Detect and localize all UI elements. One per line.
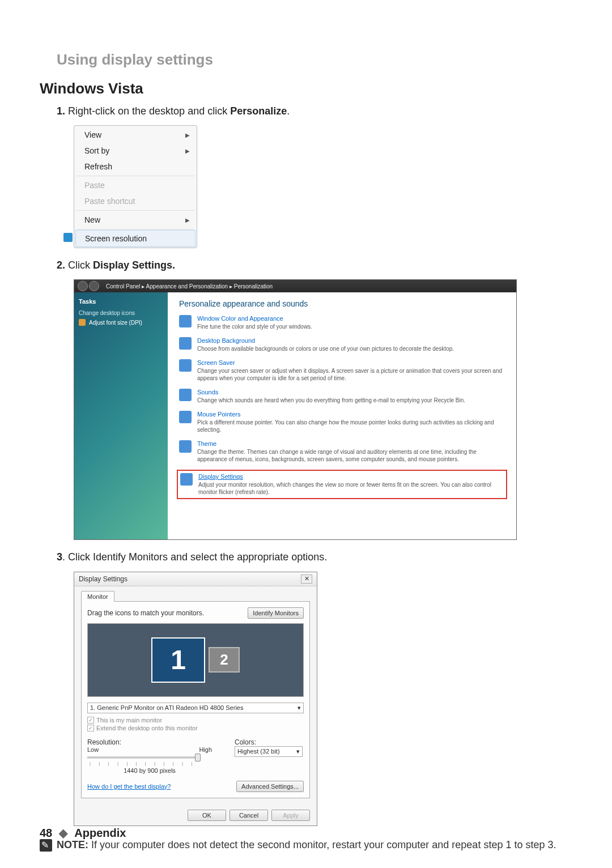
tab-panel: Drag the icons to match your monitors. I…	[81, 601, 310, 798]
cm-screenres-label: Screen resolution	[85, 234, 147, 243]
monitor-arrangement[interactable]: 1 2	[87, 623, 304, 697]
cm-refresh[interactable]: Refresh	[74, 159, 197, 175]
drag-text: Drag the icons to match your monitors.	[87, 609, 204, 617]
sidebar-title: Tasks	[79, 298, 163, 305]
monitor-select-value: 1. Generic PnP Monitor on ATI Radeon HD …	[90, 704, 243, 712]
option-screen-saver[interactable]: Screen Saver Change your screen saver or…	[179, 359, 505, 382]
cm-sort-by[interactable]: Sort by ▶	[74, 143, 197, 159]
dialog-titlebar: Display Settings ✕	[74, 572, 317, 586]
breadcrumb-sep: ▸	[230, 283, 234, 290]
monitor-select[interactable]: 1. Generic PnP Monitor on ATI Radeon HD …	[87, 703, 304, 713]
cm-view[interactable]: View ▶	[74, 127, 197, 143]
page-footer: 48 ◆ Appendix	[40, 826, 126, 840]
content-heading: Personalize appearance and sounds	[179, 299, 505, 308]
cm-new[interactable]: New ▶	[74, 212, 197, 228]
option-desc: Fine tune the color and style of your wi…	[197, 323, 505, 330]
cancel-button[interactable]: Cancel	[230, 810, 268, 821]
cm-screen-resolution[interactable]: Screen resolution	[75, 230, 196, 247]
option-desc: Change your screen saver or adjust when …	[197, 367, 505, 382]
forward-button[interactable]	[89, 281, 99, 291]
page-number: 48	[40, 827, 52, 840]
option-desc: Adjust your monitor resolution, which ch…	[198, 481, 504, 496]
option-title: Desktop Background	[197, 337, 505, 344]
cm-paste-label: Paste	[84, 181, 105, 190]
help-link[interactable]: How do I get the best display?	[87, 783, 171, 790]
slider-thumb[interactable]	[195, 754, 201, 761]
tab-monitor[interactable]: Monitor	[81, 591, 114, 602]
option-theme[interactable]: Theme Change the theme. Themes can chang…	[179, 440, 505, 463]
step-3: 3. Click Identify Monitors and select th…	[57, 550, 572, 564]
colors-select[interactable]: Highest (32 bit) ▾	[235, 746, 303, 757]
step-1-text: Right-click on the desktop and click	[68, 105, 230, 117]
cm-separator	[76, 210, 194, 211]
chevron-right-icon: ▶	[185, 148, 190, 154]
theme-icon	[179, 440, 192, 453]
resolution-slider[interactable]	[87, 756, 201, 759]
option-title: Mouse Pointers	[197, 411, 505, 418]
sidebar-link-desktop-icons[interactable]: Change desktop icons	[79, 308, 163, 318]
breadcrumb-sep: ▸	[142, 283, 146, 290]
step-2-num: 2.	[57, 259, 65, 271]
option-desc: Pick a different mouse pointer. You can …	[197, 419, 505, 433]
sidebar: Tasks Change desktop icons Adjust font s…	[74, 292, 168, 539]
checkbox-icon: ✓	[87, 725, 94, 731]
cm-separator	[76, 229, 194, 229]
option-desktop-background[interactable]: Desktop Background Choose from available…	[179, 337, 505, 352]
monitor-1[interactable]: 1	[151, 637, 205, 683]
high-label: High	[199, 746, 212, 753]
display-settings-icon	[180, 473, 193, 486]
apply-button: Apply	[271, 810, 310, 821]
ok-button[interactable]: OK	[188, 810, 226, 821]
option-mouse-pointers[interactable]: Mouse Pointers Pick a different mouse po…	[179, 411, 505, 433]
content-pane: Personalize appearance and sounds Window…	[168, 292, 516, 539]
cm-sortby-label: Sort by	[84, 146, 109, 155]
option-title: Window Color and Appearance	[197, 315, 505, 322]
context-menu: View ▶ Sort by ▶ Refresh Paste Paste sho…	[74, 125, 197, 248]
monitor-2[interactable]: 2	[209, 647, 240, 673]
slider-ticks: | | | | | | | | | | | |	[90, 761, 212, 766]
section-title: Using display settings	[57, 51, 572, 69]
breadcrumb-ap[interactable]: Appearance and Personalization	[146, 283, 228, 290]
close-button[interactable]: ✕	[301, 575, 312, 584]
os-heading: Windows Vista	[40, 80, 572, 97]
breadcrumb-cp[interactable]: Control Panel	[106, 283, 141, 290]
extend-desktop-label: Extend the desktop onto this monitor	[96, 725, 198, 731]
option-desc: Change the theme. Themes can change a wi…	[197, 448, 505, 463]
resolution-label: Resolution:	[87, 738, 212, 746]
note-icon	[40, 839, 52, 852]
main-monitor-checkbox: ✓ This is my main monitor	[87, 717, 304, 724]
cm-paste: Paste	[74, 177, 197, 193]
step-2-text: Click	[68, 259, 93, 271]
option-window-color[interactable]: Window Color and Appearance Fine tune th…	[179, 315, 505, 330]
sidebar-link-dpi[interactable]: Adjust font size (DPI)	[79, 318, 163, 327]
resolution-value: 1440 by 900 pixels	[87, 767, 212, 774]
back-button[interactable]	[78, 281, 88, 291]
note-text: If your computer does not detect the sec…	[88, 839, 556, 850]
step-1-bold: Personalize	[230, 105, 287, 117]
breadcrumb-p[interactable]: Personalization	[234, 283, 273, 290]
chevron-down-icon: ▾	[296, 748, 300, 755]
footer-separator-icon: ◆	[59, 826, 67, 840]
note-label: NOTE:	[57, 839, 88, 850]
dialog-title: Display Settings	[79, 575, 128, 583]
window-header: Control Panel ▸ Appearance and Personali…	[74, 280, 516, 292]
option-display-settings[interactable]: Display Settings Adjust your monitor res…	[177, 470, 507, 499]
step-2: 2. Click Display Settings.	[57, 258, 572, 273]
low-label: Low	[87, 746, 99, 753]
main-monitor-label: This is my main monitor	[96, 717, 162, 724]
option-title: Screen Saver	[197, 359, 505, 366]
option-desc: Choose from available backgrounds or col…	[197, 345, 505, 352]
identify-monitors-button[interactable]: Identify Monitors	[248, 607, 304, 619]
checkbox-icon: ✓	[87, 717, 94, 724]
desktop-background-icon	[179, 337, 192, 350]
screen-saver-icon	[179, 359, 192, 372]
cm-view-label: View	[84, 130, 101, 139]
step-1-num: 1.	[57, 105, 65, 117]
advanced-settings-button[interactable]: Advanced Settings...	[236, 781, 304, 792]
option-title: Display Settings	[198, 473, 504, 480]
option-sounds[interactable]: Sounds Change which sounds are heard whe…	[179, 389, 505, 404]
option-title: Theme	[197, 440, 505, 447]
step-1: 1. Right-click on the desktop and click …	[57, 104, 572, 118]
step-2-bold: Display Settings.	[93, 259, 175, 271]
monitor-icon	[63, 233, 73, 242]
